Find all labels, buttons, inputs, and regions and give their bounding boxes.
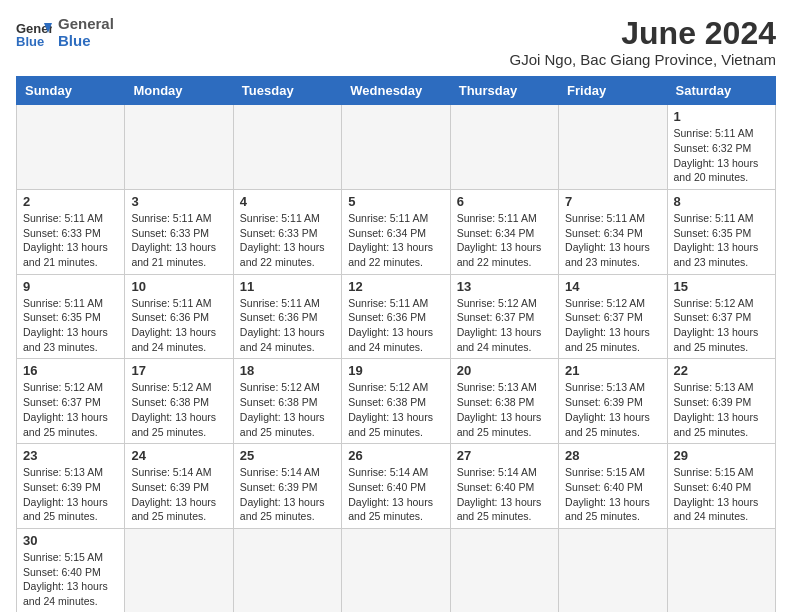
day-number: 30 — [23, 533, 118, 548]
day-info: Sunrise: 5:12 AMSunset: 6:38 PMDaylight:… — [348, 380, 443, 439]
day-number: 24 — [131, 448, 226, 463]
calendar-cell: 30Sunrise: 5:15 AMSunset: 6:40 PMDayligh… — [17, 528, 125, 612]
day-number: 15 — [674, 279, 769, 294]
day-info: Sunrise: 5:11 AMSunset: 6:35 PMDaylight:… — [23, 296, 118, 355]
calendar-cell: 8Sunrise: 5:11 AMSunset: 6:35 PMDaylight… — [667, 189, 775, 274]
day-info: Sunrise: 5:12 AMSunset: 6:37 PMDaylight:… — [23, 380, 118, 439]
calendar-cell — [559, 528, 667, 612]
calendar-cell: 22Sunrise: 5:13 AMSunset: 6:39 PMDayligh… — [667, 359, 775, 444]
day-info: Sunrise: 5:11 AMSunset: 6:32 PMDaylight:… — [674, 126, 769, 185]
calendar-cell: 28Sunrise: 5:15 AMSunset: 6:40 PMDayligh… — [559, 444, 667, 529]
day-info: Sunrise: 5:15 AMSunset: 6:40 PMDaylight:… — [23, 550, 118, 609]
day-info: Sunrise: 5:13 AMSunset: 6:38 PMDaylight:… — [457, 380, 552, 439]
weekday-header-thursday: Thursday — [450, 77, 558, 105]
day-number: 18 — [240, 363, 335, 378]
day-info: Sunrise: 5:12 AMSunset: 6:38 PMDaylight:… — [240, 380, 335, 439]
calendar-cell — [342, 105, 450, 190]
calendar-cell: 5Sunrise: 5:11 AMSunset: 6:34 PMDaylight… — [342, 189, 450, 274]
day-info: Sunrise: 5:12 AMSunset: 6:37 PMDaylight:… — [565, 296, 660, 355]
day-number: 8 — [674, 194, 769, 209]
day-number: 25 — [240, 448, 335, 463]
day-info: Sunrise: 5:11 AMSunset: 6:34 PMDaylight:… — [457, 211, 552, 270]
logo: General Blue General Blue — [16, 16, 114, 49]
day-number: 17 — [131, 363, 226, 378]
weekday-header-wednesday: Wednesday — [342, 77, 450, 105]
weekday-header-monday: Monday — [125, 77, 233, 105]
calendar-header-row: SundayMondayTuesdayWednesdayThursdayFrid… — [17, 77, 776, 105]
day-number: 7 — [565, 194, 660, 209]
calendar-cell — [17, 105, 125, 190]
day-info: Sunrise: 5:14 AMSunset: 6:39 PMDaylight:… — [240, 465, 335, 524]
calendar-cell: 18Sunrise: 5:12 AMSunset: 6:38 PMDayligh… — [233, 359, 341, 444]
calendar-cell — [125, 528, 233, 612]
day-info: Sunrise: 5:11 AMSunset: 6:36 PMDaylight:… — [348, 296, 443, 355]
calendar-cell: 25Sunrise: 5:14 AMSunset: 6:39 PMDayligh… — [233, 444, 341, 529]
calendar-cell: 14Sunrise: 5:12 AMSunset: 6:37 PMDayligh… — [559, 274, 667, 359]
day-number: 2 — [23, 194, 118, 209]
logo-blue: Blue — [58, 33, 114, 50]
day-number: 11 — [240, 279, 335, 294]
day-info: Sunrise: 5:12 AMSunset: 6:37 PMDaylight:… — [674, 296, 769, 355]
calendar-cell: 27Sunrise: 5:14 AMSunset: 6:40 PMDayligh… — [450, 444, 558, 529]
day-number: 22 — [674, 363, 769, 378]
calendar-cell: 2Sunrise: 5:11 AMSunset: 6:33 PMDaylight… — [17, 189, 125, 274]
calendar-cell — [667, 528, 775, 612]
day-info: Sunrise: 5:14 AMSunset: 6:39 PMDaylight:… — [131, 465, 226, 524]
day-info: Sunrise: 5:15 AMSunset: 6:40 PMDaylight:… — [674, 465, 769, 524]
calendar-subtitle: GJoi Ngo, Bac Giang Province, Vietnam — [509, 51, 776, 68]
day-number: 19 — [348, 363, 443, 378]
day-number: 13 — [457, 279, 552, 294]
day-info: Sunrise: 5:14 AMSunset: 6:40 PMDaylight:… — [348, 465, 443, 524]
day-info: Sunrise: 5:11 AMSunset: 6:36 PMDaylight:… — [240, 296, 335, 355]
calendar-week-row: 30Sunrise: 5:15 AMSunset: 6:40 PMDayligh… — [17, 528, 776, 612]
day-number: 23 — [23, 448, 118, 463]
calendar-cell: 20Sunrise: 5:13 AMSunset: 6:38 PMDayligh… — [450, 359, 558, 444]
day-info: Sunrise: 5:11 AMSunset: 6:34 PMDaylight:… — [348, 211, 443, 270]
calendar-week-row: 23Sunrise: 5:13 AMSunset: 6:39 PMDayligh… — [17, 444, 776, 529]
calendar-cell: 17Sunrise: 5:12 AMSunset: 6:38 PMDayligh… — [125, 359, 233, 444]
day-info: Sunrise: 5:11 AMSunset: 6:33 PMDaylight:… — [240, 211, 335, 270]
calendar-cell — [233, 105, 341, 190]
title-area: June 2024 GJoi Ngo, Bac Giang Province, … — [509, 16, 776, 68]
calendar-cell — [450, 528, 558, 612]
day-number: 26 — [348, 448, 443, 463]
day-info: Sunrise: 5:11 AMSunset: 6:34 PMDaylight:… — [565, 211, 660, 270]
weekday-header-tuesday: Tuesday — [233, 77, 341, 105]
day-number: 28 — [565, 448, 660, 463]
day-info: Sunrise: 5:12 AMSunset: 6:37 PMDaylight:… — [457, 296, 552, 355]
calendar-cell: 7Sunrise: 5:11 AMSunset: 6:34 PMDaylight… — [559, 189, 667, 274]
calendar-cell: 23Sunrise: 5:13 AMSunset: 6:39 PMDayligh… — [17, 444, 125, 529]
day-info: Sunrise: 5:13 AMSunset: 6:39 PMDaylight:… — [565, 380, 660, 439]
calendar-cell: 26Sunrise: 5:14 AMSunset: 6:40 PMDayligh… — [342, 444, 450, 529]
day-number: 5 — [348, 194, 443, 209]
day-number: 14 — [565, 279, 660, 294]
day-number: 9 — [23, 279, 118, 294]
calendar-cell — [450, 105, 558, 190]
day-info: Sunrise: 5:11 AMSunset: 6:36 PMDaylight:… — [131, 296, 226, 355]
day-number: 27 — [457, 448, 552, 463]
calendar-week-row: 9Sunrise: 5:11 AMSunset: 6:35 PMDaylight… — [17, 274, 776, 359]
day-info: Sunrise: 5:12 AMSunset: 6:38 PMDaylight:… — [131, 380, 226, 439]
calendar-cell: 9Sunrise: 5:11 AMSunset: 6:35 PMDaylight… — [17, 274, 125, 359]
weekday-header-friday: Friday — [559, 77, 667, 105]
calendar-cell: 13Sunrise: 5:12 AMSunset: 6:37 PMDayligh… — [450, 274, 558, 359]
header: General Blue General Blue June 2024 GJoi… — [16, 16, 776, 68]
day-number: 21 — [565, 363, 660, 378]
calendar-week-row: 16Sunrise: 5:12 AMSunset: 6:37 PMDayligh… — [17, 359, 776, 444]
calendar-week-row: 1Sunrise: 5:11 AMSunset: 6:32 PMDaylight… — [17, 105, 776, 190]
day-info: Sunrise: 5:11 AMSunset: 6:33 PMDaylight:… — [23, 211, 118, 270]
calendar-cell: 29Sunrise: 5:15 AMSunset: 6:40 PMDayligh… — [667, 444, 775, 529]
day-number: 6 — [457, 194, 552, 209]
day-number: 4 — [240, 194, 335, 209]
calendar-cell — [125, 105, 233, 190]
day-number: 16 — [23, 363, 118, 378]
calendar-cell: 15Sunrise: 5:12 AMSunset: 6:37 PMDayligh… — [667, 274, 775, 359]
svg-text:Blue: Blue — [16, 34, 44, 47]
day-info: Sunrise: 5:15 AMSunset: 6:40 PMDaylight:… — [565, 465, 660, 524]
day-number: 12 — [348, 279, 443, 294]
day-number: 3 — [131, 194, 226, 209]
calendar-cell: 12Sunrise: 5:11 AMSunset: 6:36 PMDayligh… — [342, 274, 450, 359]
calendar-cell: 10Sunrise: 5:11 AMSunset: 6:36 PMDayligh… — [125, 274, 233, 359]
calendar-title: June 2024 — [509, 16, 776, 51]
page-container: General Blue General Blue June 2024 GJoi… — [16, 16, 776, 612]
